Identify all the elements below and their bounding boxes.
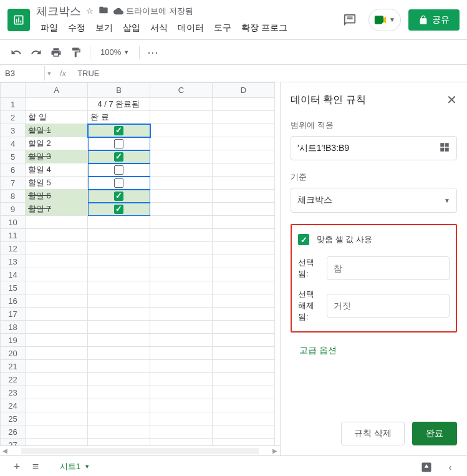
row-header-20[interactable]: 20 [1,347,26,360]
cell-D17[interactable] [213,308,275,321]
cell-A18[interactable] [26,321,88,334]
cell-D2[interactable] [213,111,275,124]
cell-C11[interactable] [150,229,213,242]
redo-button[interactable] [27,44,45,61]
cell-C1[interactable] [150,98,213,111]
range-input-wrap[interactable] [291,136,457,160]
paint-format-button[interactable] [67,44,85,61]
cell-D18[interactable] [213,321,275,334]
document-title[interactable]: 체크박스 [36,4,81,19]
cell-D21[interactable] [213,360,275,373]
sheets-logo[interactable] [7,9,30,31]
cell-D23[interactable] [213,386,275,399]
cell-A20[interactable] [26,347,88,360]
cell-B18[interactable] [88,321,150,334]
row-header-8[interactable]: 8 [1,190,26,203]
row-header-25[interactable]: 25 [1,412,26,425]
cell-D8[interactable] [213,190,275,203]
cell-A26[interactable] [26,425,88,439]
cell-D4[interactable] [213,137,275,150]
advanced-options-link[interactable]: 고급 옵션 [291,342,457,359]
add-sheet-button[interactable]: + [7,458,26,477]
cell-A4[interactable]: 할일 2 [26,137,88,150]
row-header-2[interactable]: 2 [1,111,26,124]
grid-container[interactable]: ABCD14 / 7 완료됨2할 일완 료3할일 14할일 25할일 36할일 … [0,82,280,445]
checkbox-icon[interactable] [114,139,123,148]
cell-C7[interactable] [150,177,213,190]
row-header-12[interactable]: 12 [1,242,26,255]
menu-tools[interactable]: 도구 [209,20,236,36]
menu-edit[interactable]: 수정 [64,20,90,36]
select-range-icon[interactable] [439,142,450,155]
row-header-6[interactable]: 6 [1,163,26,177]
cell-D26[interactable] [213,425,275,439]
checkbox-icon[interactable] [114,165,123,175]
spreadsheet-grid[interactable]: ABCD14 / 7 완료됨2할 일완 료3할일 14할일 25할일 36할일 … [0,82,275,445]
cell-A21[interactable] [26,360,88,373]
comments-button[interactable] [339,9,361,31]
cell-D12[interactable] [213,242,275,255]
menu-view[interactable]: 보기 [91,20,117,36]
cell-B11[interactable] [88,229,150,242]
row-header-23[interactable]: 23 [1,386,26,399]
cell-B17[interactable] [88,308,150,321]
row-header-17[interactable]: 17 [1,308,26,321]
cell-C27[interactable] [150,439,213,446]
done-button[interactable]: 완료 [412,422,457,445]
cell-D1[interactable] [213,98,275,111]
row-header-22[interactable]: 22 [1,373,26,386]
side-panel-toggle[interactable]: ‹ [441,458,460,477]
cell-D24[interactable] [213,399,275,412]
cell-C3[interactable] [150,124,213,137]
cell-B5[interactable] [88,150,150,163]
cell-B7[interactable] [88,177,150,190]
scroll-track[interactable] [21,448,259,454]
row-header-5[interactable]: 5 [1,150,26,163]
row-header-9[interactable]: 9 [1,203,26,216]
cell-A13[interactable] [26,255,88,268]
checkbox-icon[interactable] [114,205,123,214]
cell-D19[interactable] [213,334,275,347]
selected-input[interactable] [327,256,450,280]
more-button[interactable]: ⋯ [145,44,162,61]
cell-D25[interactable] [213,412,275,425]
cell-B21[interactable] [88,360,150,373]
row-header-24[interactable]: 24 [1,399,26,412]
cell-A6[interactable]: 할일 4 [26,163,88,177]
cell-C13[interactable] [150,255,213,268]
cell-D27[interactable] [213,439,275,446]
cell-A23[interactable] [26,386,88,399]
row-header-21[interactable]: 21 [1,360,26,373]
cell-C4[interactable] [150,137,213,150]
row-header-15[interactable]: 15 [1,281,26,294]
undo-button[interactable] [7,44,25,61]
cell-A25[interactable] [26,412,88,425]
row-header-7[interactable]: 7 [1,177,26,190]
checkbox-icon[interactable] [114,152,123,162]
cell-D20[interactable] [213,347,275,360]
print-button[interactable] [47,44,65,61]
criteria-dropdown[interactable]: 체크박스 ▼ [291,188,457,213]
menu-data[interactable]: 데이터 [173,20,208,36]
all-sheets-button[interactable]: ≡ [26,458,45,477]
menu-insert[interactable]: 삽입 [118,20,145,36]
cell-B1[interactable]: 4 / 7 완료됨 [88,98,150,111]
row-header-19[interactable]: 19 [1,334,26,347]
cell-A24[interactable] [26,399,88,412]
cell-D6[interactable] [213,163,275,177]
menu-extensions[interactable]: 확장 프로그 [237,20,292,36]
cell-A10[interactable] [26,216,88,229]
cell-B2[interactable]: 완 료 [88,111,150,124]
zoom-select[interactable]: 100% ▼ [95,45,134,59]
cell-C9[interactable] [150,203,213,216]
cell-A5[interactable]: 할일 3 [26,150,88,163]
cell-B14[interactable] [88,268,150,281]
menu-file[interactable]: 파일 [36,20,62,36]
cell-C14[interactable] [150,268,213,281]
cell-C5[interactable] [150,150,213,163]
cell-D22[interactable] [213,373,275,386]
cell-C17[interactable] [150,308,213,321]
cell-D13[interactable] [213,255,275,268]
cell-C22[interactable] [150,373,213,386]
unselected-input[interactable] [327,294,450,318]
